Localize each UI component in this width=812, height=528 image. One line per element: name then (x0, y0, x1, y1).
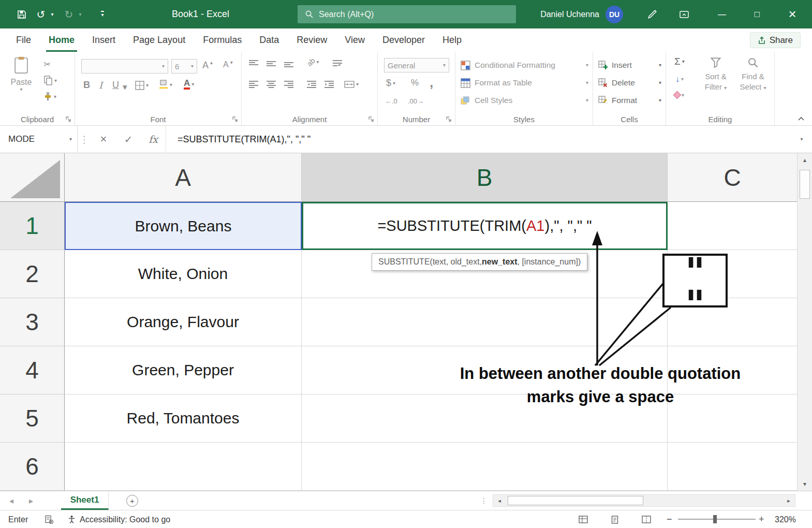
clipboard-dialog-launcher[interactable] (65, 116, 71, 122)
tab-home[interactable]: Home (40, 28, 83, 52)
row-header-3[interactable]: 3 (0, 298, 65, 346)
column-header-a[interactable]: A (65, 153, 302, 202)
tab-scroll-splitter[interactable]: ⋮ (480, 491, 488, 510)
previous-sheet-button[interactable]: ◂ (9, 491, 13, 510)
vertical-scrollbar[interactable]: ▴ ▾ (797, 153, 812, 491)
increase-decimal-button[interactable]: ←.0 (385, 97, 397, 105)
shrink-font-button[interactable]: A▾ (223, 60, 233, 69)
percent-style-button[interactable]: % (411, 78, 419, 88)
cell-b6[interactable] (302, 443, 668, 491)
select-all-button[interactable] (0, 153, 65, 202)
redo-button[interactable]: ↻ (61, 0, 77, 28)
cell-a1[interactable]: Brown, Beans (65, 202, 302, 250)
underline-button[interactable]: U (112, 80, 119, 91)
scroll-up-button[interactable]: ▴ (798, 153, 812, 167)
autosum-button[interactable]: Σ▾ (674, 56, 685, 67)
new-sheet-button[interactable]: + (126, 495, 138, 507)
align-top-button[interactable] (249, 60, 258, 67)
clear-button[interactable]: ▾ (674, 92, 684, 98)
sort-filter-button[interactable]: Sort & Filter ▾ (698, 55, 733, 110)
align-left-button[interactable] (249, 81, 258, 88)
ribbon-display-options-button[interactable] (674, 0, 695, 28)
pen-tools-button[interactable] (642, 0, 662, 28)
alignment-dialog-launcher[interactable] (368, 116, 374, 122)
formula-input[interactable]: =SUBSTITUTE(TRIM(A1),", "," " (166, 126, 791, 153)
paste-button[interactable]: Paste ▾ (5, 56, 37, 92)
row-header-4[interactable]: 4 (0, 346, 65, 394)
cell-c6[interactable] (668, 443, 797, 491)
close-button[interactable]: × (779, 0, 805, 28)
font-name-combobox[interactable]: ▾ (81, 59, 168, 74)
page-layout-view-button[interactable] (611, 510, 619, 528)
fill-color-button[interactable]: ▾ (159, 80, 172, 90)
cell-b1-editing[interactable]: =SUBSTITUTE(TRIM(A1),", "," " (302, 202, 668, 250)
zoom-slider-thumb[interactable] (713, 515, 717, 523)
format-cells-button[interactable]: Format ▾ (598, 93, 661, 108)
conditional-formatting-button[interactable]: Conditional Formatting ▾ (461, 58, 588, 72)
grow-font-button[interactable]: A▴ (202, 60, 213, 71)
tab-developer[interactable]: Developer (374, 28, 434, 52)
vertical-scroll-thumb[interactable] (800, 170, 810, 199)
scroll-right-button[interactable]: ▸ (783, 495, 795, 506)
row-header-5[interactable]: 5 (0, 394, 65, 443)
undo-dropdown[interactable]: ▾ (49, 0, 56, 28)
italic-button[interactable]: I (99, 80, 102, 91)
fill-button[interactable]: ↓▾ (675, 75, 684, 84)
delete-cells-button[interactable]: Delete ▾ (598, 76, 661, 90)
font-size-combobox[interactable]: 6▾ (171, 59, 197, 74)
collapse-ribbon-button[interactable] (798, 116, 805, 121)
row-header-2[interactable]: 2 (0, 250, 65, 298)
align-center-button[interactable] (267, 81, 276, 88)
merge-center-button[interactable]: ▾ (344, 81, 359, 88)
bold-button[interactable]: B (83, 80, 90, 91)
accounting-format-button[interactable]: $▾ (386, 78, 395, 89)
enter-button[interactable]: ✓ (116, 126, 141, 153)
user-name[interactable]: Daniel Uchenna (527, 0, 599, 28)
normal-view-button[interactable] (579, 510, 588, 528)
cell-b3[interactable] (302, 298, 668, 346)
expand-formula-bar-button[interactable]: ▾ (791, 126, 812, 153)
maximize-button[interactable]: □ (744, 0, 770, 28)
zoom-slider[interactable] (678, 519, 756, 520)
align-right-button[interactable] (284, 81, 293, 88)
save-button[interactable] (12, 0, 31, 28)
cell-a2[interactable]: White, Onion (65, 250, 302, 298)
zoom-in-button[interactable]: + (759, 510, 764, 528)
cell-a4[interactable]: Green, Pepper (65, 346, 302, 394)
search-box[interactable]: Search (Alt+Q) (298, 5, 516, 23)
cell-a6[interactable] (65, 443, 302, 491)
accessibility-checker[interactable]: Accessibility: Good to go (67, 510, 170, 528)
zoom-level[interactable]: 320% (775, 510, 796, 528)
borders-button[interactable]: ▾ (135, 81, 149, 90)
next-sheet-button[interactable]: ▸ (29, 491, 33, 510)
tab-page-layout[interactable]: Page Layout (124, 28, 194, 52)
cell-a3[interactable]: Orange, Flavour (65, 298, 302, 346)
font-dialog-launcher[interactable] (232, 116, 238, 122)
format-painter-button[interactable]: ▾ (43, 92, 56, 101)
macro-record-button[interactable] (45, 510, 54, 528)
zoom-out-button[interactable]: − (667, 510, 672, 528)
tab-insert[interactable]: Insert (83, 28, 124, 52)
cell-styles-button[interactable]: Cell Styles ▾ (461, 93, 588, 108)
row-header-6[interactable]: 6 (0, 443, 65, 491)
page-break-preview-button[interactable] (642, 510, 651, 528)
scroll-left-button[interactable]: ◂ (493, 495, 506, 506)
underline-dropdown[interactable]: ▾ (123, 83, 127, 92)
comma-style-button[interactable]: , (430, 75, 433, 91)
cut-button[interactable]: ✂ (43, 59, 51, 70)
tab-formulas[interactable]: Formulas (194, 28, 250, 52)
cell-a5[interactable]: Red, Tomantoes (65, 394, 302, 443)
insert-cells-button[interactable]: Insert ▾ (598, 58, 661, 72)
insert-function-button[interactable]: fx (141, 126, 166, 153)
number-format-combobox[interactable]: General▾ (384, 58, 449, 72)
horizontal-scrollbar[interactable]: ◂ ▸ (493, 494, 795, 507)
horizontal-scroll-thumb[interactable] (508, 496, 643, 505)
tab-review[interactable]: Review (288, 28, 336, 52)
scroll-down-button[interactable]: ▾ (798, 477, 812, 491)
column-header-b[interactable]: B (302, 153, 668, 202)
row-header-1[interactable]: 1 (0, 202, 65, 250)
tab-help[interactable]: Help (434, 28, 470, 52)
customize-quick-access-button[interactable]: ▾ (97, 0, 108, 28)
share-button[interactable]: Share (750, 32, 801, 48)
tab-file[interactable]: File (7, 28, 40, 52)
